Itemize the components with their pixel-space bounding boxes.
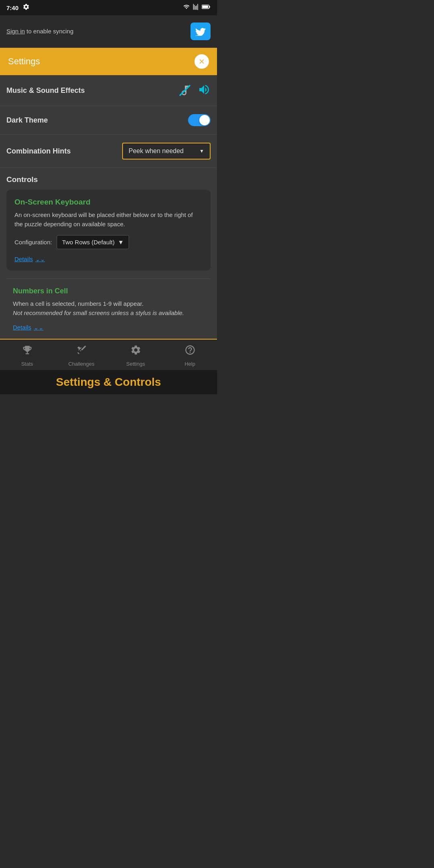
numbers-in-cell-description: When a cell is selected, numbers 1-9 wil…	[13, 299, 204, 317]
dropdown-arrow-icon: ▼	[199, 148, 204, 154]
signin-text: to enable syncing	[25, 28, 74, 35]
swords-icon	[76, 344, 87, 358]
nav-item-settings[interactable]: Settings	[108, 344, 163, 367]
twitter-button[interactable]	[190, 23, 211, 40]
config-dropdown[interactable]: Two Rows (Default) ▼	[57, 235, 129, 249]
battery-icon	[202, 4, 211, 11]
combination-hints-row: Combination Hints Peek when needed ▼	[0, 135, 217, 168]
nav-label-stats: Stats	[21, 361, 33, 367]
numbers-details-link[interactable]: Details ⌄⌄	[13, 324, 204, 331]
status-time: 7:40	[6, 4, 18, 11]
signin-bar: Sign in to enable syncing	[0, 15, 217, 48]
signin-link[interactable]: Sign in	[6, 28, 25, 35]
nav-item-help[interactable]: Help	[163, 344, 217, 367]
numbers-in-cell-title: Numbers in Cell	[13, 287, 204, 295]
help-icon	[184, 344, 196, 358]
trophy-icon	[22, 344, 33, 358]
keyboard-details-label: Details	[14, 256, 33, 262]
nav-label-challenges: Challenges	[68, 361, 94, 367]
keyboard-card: On-Screen Keyboard An on-screen keyboard…	[6, 190, 211, 270]
footer-title: Settings & Controls	[56, 376, 161, 388]
music-sound-label: Music & Sound Effects	[6, 86, 85, 95]
music-off-icon[interactable]	[178, 84, 191, 97]
footer-bar: Settings & Controls	[0, 370, 217, 394]
chevron-down-icon-2: ⌄⌄	[34, 324, 43, 331]
signal-icon	[193, 4, 199, 12]
toggle-knob	[199, 115, 210, 125]
config-label: Configuration:	[14, 239, 52, 246]
music-sound-row: Music & Sound Effects	[0, 75, 217, 106]
numbers-details-label: Details	[13, 324, 31, 331]
settings-icon	[130, 344, 141, 358]
settings-header-title: Settings	[8, 56, 40, 67]
config-dropdown-value: Two Rows (Default)	[62, 239, 115, 246]
svg-rect-2	[202, 6, 208, 8]
numbers-desc-italic: Not recommended for small screens unless…	[13, 309, 184, 316]
close-settings-button[interactable]	[194, 54, 209, 69]
numbers-in-cell-section: Numbers in Cell When a cell is selected,…	[6, 278, 211, 339]
chevron-down-icon: ⌄⌄	[35, 256, 45, 262]
bottom-nav: Stats Challenges Settings Help	[0, 339, 217, 370]
svg-line-3	[180, 86, 190, 95]
nav-item-challenges[interactable]: Challenges	[54, 344, 108, 367]
combination-hints-dropdown[interactable]: Peek when needed ▼	[122, 143, 211, 160]
controls-section: Controls On-Screen Keyboard An on-screen…	[0, 168, 217, 339]
settings-header: Settings	[0, 48, 217, 75]
combination-hints-label: Combination Hints	[6, 147, 71, 156]
config-dropdown-arrow-icon: ▼	[118, 239, 124, 246]
dark-theme-row: Dark Theme	[0, 106, 217, 135]
keyboard-details-link[interactable]: Details ⌄⌄	[14, 256, 203, 262]
nav-label-settings: Settings	[126, 361, 145, 367]
combination-hints-value: Peek when needed	[129, 147, 184, 155]
svg-rect-1	[209, 6, 210, 8]
gear-icon	[23, 3, 30, 12]
controls-title: Controls	[6, 175, 211, 184]
numbers-desc-main: When a cell is selected, numbers 1-9 wil…	[13, 300, 143, 307]
sound-on-icon[interactable]	[198, 83, 211, 98]
music-sound-controls	[178, 83, 211, 98]
settings-content: Music & Sound Effects Dark Theme	[0, 75, 217, 168]
dark-theme-label: Dark Theme	[6, 116, 48, 125]
nav-label-help: Help	[184, 361, 195, 367]
status-bar: 7:40	[0, 0, 217, 15]
config-row: Configuration: Two Rows (Default) ▼	[14, 235, 203, 249]
nav-item-stats[interactable]: Stats	[0, 344, 54, 367]
wifi-icon	[182, 4, 190, 12]
dark-theme-toggle[interactable]	[188, 114, 211, 126]
keyboard-card-description: An on-screen keyboard will be placed eit…	[14, 211, 203, 229]
keyboard-card-title: On-Screen Keyboard	[14, 198, 203, 207]
